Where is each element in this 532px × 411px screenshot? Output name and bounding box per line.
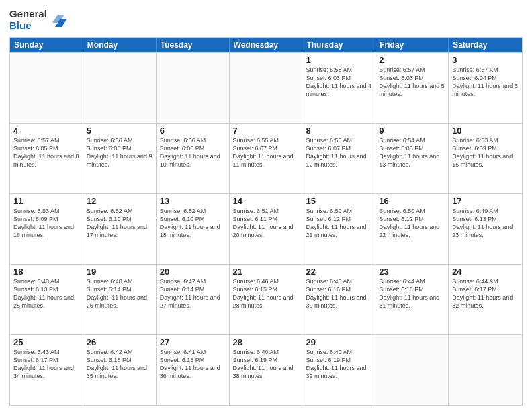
week-row-5: 25Sunrise: 6:43 AM Sunset: 6:17 PM Dayli… (10, 334, 522, 405)
day-info: Sunrise: 6:57 AM Sunset: 6:03 PM Dayligh… (379, 66, 445, 99)
week-row-4: 18Sunrise: 6:48 AM Sunset: 6:13 PM Dayli… (10, 264, 522, 334)
day-info: Sunrise: 6:55 AM Sunset: 6:07 PM Dayligh… (233, 136, 299, 169)
day-info: Sunrise: 6:52 AM Sunset: 6:10 PM Dayligh… (160, 207, 226, 240)
day-number: 11 (13, 196, 79, 206)
logo: General Blue (9, 8, 67, 32)
day-cell: 10Sunrise: 6:53 AM Sunset: 6:09 PM Dayli… (449, 124, 522, 193)
col-header-thursday: Thursday (302, 38, 375, 52)
page: General Blue SundayMondayTuesdayWednesda… (0, 0, 532, 411)
day-number: 29 (306, 337, 371, 347)
day-info: Sunrise: 6:53 AM Sunset: 6:09 PM Dayligh… (13, 207, 79, 240)
day-info: Sunrise: 6:48 AM Sunset: 6:13 PM Dayligh… (13, 277, 79, 310)
col-header-wednesday: Wednesday (230, 38, 303, 52)
day-info: Sunrise: 6:54 AM Sunset: 6:08 PM Dayligh… (379, 136, 445, 169)
day-number: 13 (160, 196, 226, 206)
day-cell: 29Sunrise: 6:40 AM Sunset: 6:19 PM Dayli… (302, 335, 375, 405)
day-cell: 19Sunrise: 6:48 AM Sunset: 6:14 PM Dayli… (83, 265, 157, 334)
col-header-tuesday: Tuesday (157, 38, 230, 52)
day-cell (375, 335, 449, 405)
day-info: Sunrise: 6:44 AM Sunset: 6:16 PM Dayligh… (379, 277, 445, 310)
day-info: Sunrise: 6:57 AM Sunset: 6:05 PM Dayligh… (13, 136, 79, 169)
day-info: Sunrise: 6:52 AM Sunset: 6:10 PM Dayligh… (87, 207, 152, 240)
calendar-body: 1Sunrise: 6:58 AM Sunset: 6:03 PM Daylig… (10, 52, 522, 406)
day-info: Sunrise: 6:42 AM Sunset: 6:18 PM Dayligh… (87, 348, 152, 381)
day-number: 5 (87, 126, 152, 136)
col-headers: SundayMondayTuesdayWednesdayThursdayFrid… (10, 38, 522, 52)
week-row-3: 11Sunrise: 6:53 AM Sunset: 6:09 PM Dayli… (10, 193, 522, 264)
day-info: Sunrise: 6:43 AM Sunset: 6:17 PM Dayligh… (13, 348, 79, 381)
day-cell (230, 53, 303, 123)
day-cell: 21Sunrise: 6:46 AM Sunset: 6:15 PM Dayli… (230, 265, 303, 334)
day-number: 16 (379, 196, 445, 206)
day-number: 23 (379, 267, 445, 277)
day-cell: 9Sunrise: 6:54 AM Sunset: 6:08 PM Daylig… (375, 124, 449, 193)
day-number: 7 (233, 126, 299, 136)
day-cell (157, 53, 230, 123)
day-cell (449, 335, 522, 405)
day-cell: 28Sunrise: 6:40 AM Sunset: 6:19 PM Dayli… (230, 335, 303, 405)
day-info: Sunrise: 6:40 AM Sunset: 6:19 PM Dayligh… (306, 348, 371, 381)
col-header-sunday: Sunday (10, 38, 83, 52)
day-info: Sunrise: 6:50 AM Sunset: 6:12 PM Dayligh… (306, 207, 371, 240)
day-number: 19 (87, 267, 152, 277)
day-info: Sunrise: 6:45 AM Sunset: 6:16 PM Dayligh… (306, 277, 371, 310)
day-number: 18 (13, 267, 79, 277)
day-info: Sunrise: 6:48 AM Sunset: 6:14 PM Dayligh… (87, 277, 152, 310)
day-info: Sunrise: 6:55 AM Sunset: 6:07 PM Dayligh… (306, 136, 371, 169)
day-cell: 1Sunrise: 6:58 AM Sunset: 6:03 PM Daylig… (302, 53, 375, 123)
day-info: Sunrise: 6:56 AM Sunset: 6:06 PM Dayligh… (160, 136, 226, 169)
day-info: Sunrise: 6:51 AM Sunset: 6:11 PM Dayligh… (233, 207, 299, 240)
day-number: 3 (452, 55, 519, 65)
day-info: Sunrise: 6:49 AM Sunset: 6:13 PM Dayligh… (452, 207, 519, 240)
day-cell: 8Sunrise: 6:55 AM Sunset: 6:07 PM Daylig… (302, 124, 375, 193)
day-cell: 12Sunrise: 6:52 AM Sunset: 6:10 PM Dayli… (83, 194, 157, 264)
day-cell: 3Sunrise: 6:57 AM Sunset: 6:04 PM Daylig… (449, 53, 522, 123)
day-cell: 15Sunrise: 6:50 AM Sunset: 6:12 PM Dayli… (302, 194, 375, 264)
day-number: 17 (452, 196, 519, 206)
day-number: 25 (13, 337, 79, 347)
col-header-monday: Monday (83, 38, 157, 52)
day-number: 12 (87, 196, 152, 206)
col-header-saturday: Saturday (449, 38, 522, 52)
week-row-2: 4Sunrise: 6:57 AM Sunset: 6:05 PM Daylig… (10, 123, 522, 193)
day-cell: 5Sunrise: 6:56 AM Sunset: 6:05 PM Daylig… (83, 124, 157, 193)
col-header-friday: Friday (375, 38, 449, 52)
day-info: Sunrise: 6:58 AM Sunset: 6:03 PM Dayligh… (306, 66, 371, 99)
header: General Blue (9, 8, 523, 32)
day-cell: 2Sunrise: 6:57 AM Sunset: 6:03 PM Daylig… (375, 53, 449, 123)
day-info: Sunrise: 6:53 AM Sunset: 6:09 PM Dayligh… (452, 136, 519, 169)
day-info: Sunrise: 6:46 AM Sunset: 6:15 PM Dayligh… (233, 277, 299, 310)
day-cell: 13Sunrise: 6:52 AM Sunset: 6:10 PM Dayli… (157, 194, 230, 264)
day-cell (10, 53, 83, 123)
day-number: 28 (233, 337, 299, 347)
day-cell: 27Sunrise: 6:41 AM Sunset: 6:18 PM Dayli… (157, 335, 230, 405)
day-number: 2 (379, 55, 445, 65)
day-number: 15 (306, 196, 371, 206)
day-number: 24 (452, 267, 519, 277)
day-cell: 14Sunrise: 6:51 AM Sunset: 6:11 PM Dayli… (230, 194, 303, 264)
day-cell: 18Sunrise: 6:48 AM Sunset: 6:13 PM Dayli… (10, 265, 83, 334)
day-info: Sunrise: 6:56 AM Sunset: 6:05 PM Dayligh… (87, 136, 152, 169)
day-info: Sunrise: 6:40 AM Sunset: 6:19 PM Dayligh… (233, 348, 299, 381)
day-info: Sunrise: 6:41 AM Sunset: 6:18 PM Dayligh… (160, 348, 226, 381)
logo-line2: Blue (9, 19, 47, 31)
day-cell: 11Sunrise: 6:53 AM Sunset: 6:09 PM Dayli… (10, 194, 83, 264)
day-info: Sunrise: 6:44 AM Sunset: 6:17 PM Dayligh… (452, 277, 519, 310)
day-number: 27 (160, 337, 226, 347)
day-cell: 22Sunrise: 6:45 AM Sunset: 6:16 PM Dayli… (302, 265, 375, 334)
day-number: 9 (379, 126, 445, 136)
day-cell: 20Sunrise: 6:47 AM Sunset: 6:14 PM Dayli… (157, 265, 230, 334)
day-number: 4 (13, 126, 79, 136)
day-number: 10 (452, 126, 519, 136)
day-cell: 24Sunrise: 6:44 AM Sunset: 6:17 PM Dayli… (449, 265, 522, 334)
day-info: Sunrise: 6:47 AM Sunset: 6:14 PM Dayligh… (160, 277, 226, 310)
day-number: 1 (306, 55, 371, 65)
day-cell: 4Sunrise: 6:57 AM Sunset: 6:05 PM Daylig… (10, 124, 83, 193)
day-cell: 25Sunrise: 6:43 AM Sunset: 6:17 PM Dayli… (10, 335, 83, 405)
day-number: 8 (306, 126, 371, 136)
day-cell: 23Sunrise: 6:44 AM Sunset: 6:16 PM Dayli… (375, 265, 449, 334)
day-info: Sunrise: 6:50 AM Sunset: 6:12 PM Dayligh… (379, 207, 445, 240)
day-cell: 7Sunrise: 6:55 AM Sunset: 6:07 PM Daylig… (230, 124, 303, 193)
day-number: 20 (160, 267, 226, 277)
day-info: Sunrise: 6:57 AM Sunset: 6:04 PM Dayligh… (452, 66, 519, 99)
